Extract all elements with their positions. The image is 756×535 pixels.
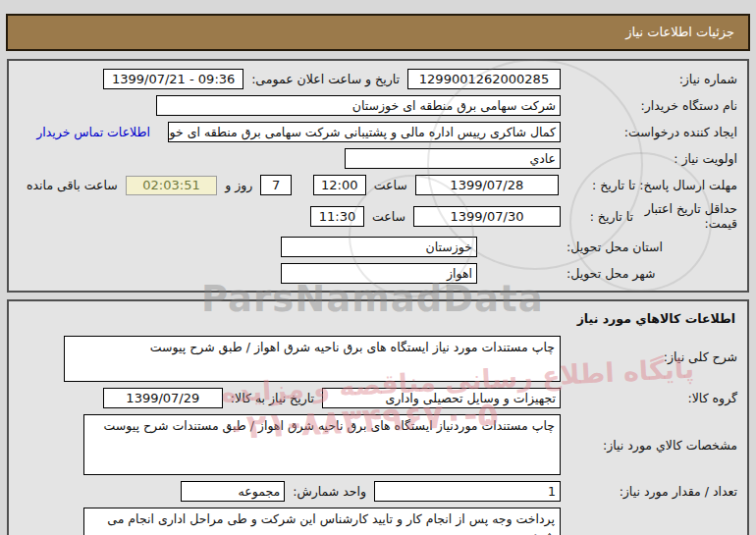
need-number-field[interactable]: 1299001262000285: [407, 69, 561, 89]
price-validity-date-field[interactable]: 1399/07/30: [413, 206, 561, 227]
reply-deadline-days-field[interactable]: 7: [260, 175, 291, 195]
delivery-province-label: استان محل تحویل:: [561, 240, 737, 254]
price-validity-time-field[interactable]: 11:30: [310, 206, 364, 227]
item-specs-label: مشخصات کالاي مورد نیاز:: [561, 438, 737, 453]
reply-deadline-label: مهلت ارسال پاسخ: تا تاریخ :: [559, 178, 737, 192]
row-reply-deadline: مهلت ارسال پاسخ: تا تاریخ : 1399/07/28 س…: [19, 175, 737, 195]
quantity-label: تعداد / مقدار مورد نیاز:: [561, 484, 737, 499]
delivery-city-field[interactable]: اهواز: [281, 263, 477, 284]
row-item-specs: مشخصات کالاي مورد نیاز: چاپ مستندات مورد…: [19, 414, 737, 475]
announce-datetime-field[interactable]: 1399/07/21 - 09:36: [103, 69, 243, 89]
item-specs-field[interactable]: چاپ مستندات موردنیاز ایستگاه های برق ناح…: [83, 414, 561, 475]
page-title: جزئیات اطلاعات نیاز: [625, 25, 734, 39]
reply-deadline-days-suffix: روز و: [225, 178, 252, 192]
row-delivery-province: استان محل تحویل: خوزستان: [19, 237, 737, 257]
request-creator-field[interactable]: کمال شاکری رییس اداره مالی و پشتیبانی شر…: [168, 122, 561, 142]
general-desc-label: شرح کلی نیاز:: [561, 349, 737, 364]
price-validity-until-label: تا تاریخ :: [590, 209, 633, 224]
item-group-label: گروه کالا:: [561, 391, 737, 405]
general-desc-field[interactable]: چاپ مستندات مورد نیاز ایستگاه های برق نا…: [64, 336, 561, 382]
reply-deadline-date-field[interactable]: 1399/07/28: [415, 175, 559, 195]
announce-datetime-label: تاریخ و ساعت اعلان عمومی:: [251, 72, 400, 86]
row-priority: اولویت نیاز : عادي: [19, 148, 737, 169]
priority-field[interactable]: عادي: [345, 148, 561, 169]
unit-field[interactable]: مجموعه: [181, 481, 285, 502]
row-buyer-org: نام دستگاه خریدار: شرکت سهامی برق منطقه …: [19, 95, 737, 116]
item-need-date-label: تاریخ نیاز به کالا:: [231, 391, 314, 405]
row-need-number: شماره نیاز: 1299001262000285 تاریخ و ساع…: [19, 69, 737, 89]
buyer-contact-link[interactable]: اطلاعات تماس خریدار: [36, 125, 150, 139]
reply-countdown-timer: 02:03:51: [126, 176, 218, 195]
need-number-label: شماره نیاز:: [561, 72, 737, 86]
price-validity-label: حداقل تاریخ اعتبار قیمت:: [641, 201, 737, 231]
buyer-org-label: نام دستگاه خریدار:: [561, 98, 737, 113]
priority-label: اولویت نیاز :: [561, 151, 737, 166]
row-general-desc: شرح کلی نیاز: چاپ مستندات مورد نیاز ایست…: [19, 336, 737, 382]
item-need-date-field[interactable]: 1399/07/29: [103, 388, 223, 408]
buyer-org-field[interactable]: شرکت سهامی برق منطقه ای خوزستان: [156, 95, 561, 116]
item-group-field[interactable]: تجهیزات و وسایل تحصیلی واداری: [322, 388, 561, 408]
row-delivery-city: شهر محل تحویل: اهواز: [19, 263, 737, 284]
unit-label: واحد شمارش:: [293, 484, 366, 499]
page-title-bar: جزئیات اطلاعات نیاز: [6, 14, 750, 51]
buyer-notes-field[interactable]: پرداخت وجه پس از انجام کار و تایید کارشن…: [83, 508, 561, 535]
items-section-title: اطلاعات کالاهاي مورد نیاز: [19, 311, 735, 326]
general-info-panel: شماره نیاز: 1299001262000285 تاریخ و ساع…: [7, 59, 749, 293]
need-details-page: { "header": { "title": "جزئیات اطلاعات ن…: [0, 0, 756, 535]
reply-deadline-hour-label: ساعت: [374, 178, 407, 192]
reply-countdown-suffix: ساعت باقی مانده: [27, 178, 118, 192]
price-validity-label-group: حداقل تاریخ اعتبار قیمت: تا تاریخ :: [561, 201, 737, 231]
price-validity-hour-label: ساعت: [372, 209, 405, 224]
row-quantity: تعداد / مقدار مورد نیاز: 1 واحد شمارش: م…: [19, 481, 737, 502]
quantity-field[interactable]: 1: [374, 481, 561, 502]
items-info-panel: اطلاعات کالاهاي مورد نیاز شرح کلی نیاز: …: [7, 299, 749, 535]
request-creator-label: ایجاد کننده درخواست:: [561, 125, 737, 139]
reply-deadline-time-field[interactable]: 12:00: [313, 175, 366, 195]
delivery-province-field[interactable]: خوزستان: [281, 237, 477, 257]
row-item-group: گروه کالا: تجهیزات و وسایل تحصیلی واداری…: [19, 388, 737, 408]
row-request-creator: ایجاد کننده درخواست: کمال شاکری رییس ادا…: [19, 122, 737, 142]
row-buyer-notes: توضیحات خریدار: پرداخت وجه پس از انجام ک…: [19, 508, 737, 535]
delivery-city-label: شهر محل تحویل:: [561, 266, 737, 281]
row-price-validity: حداقل تاریخ اعتبار قیمت: تا تاریخ : 1399…: [19, 201, 737, 231]
